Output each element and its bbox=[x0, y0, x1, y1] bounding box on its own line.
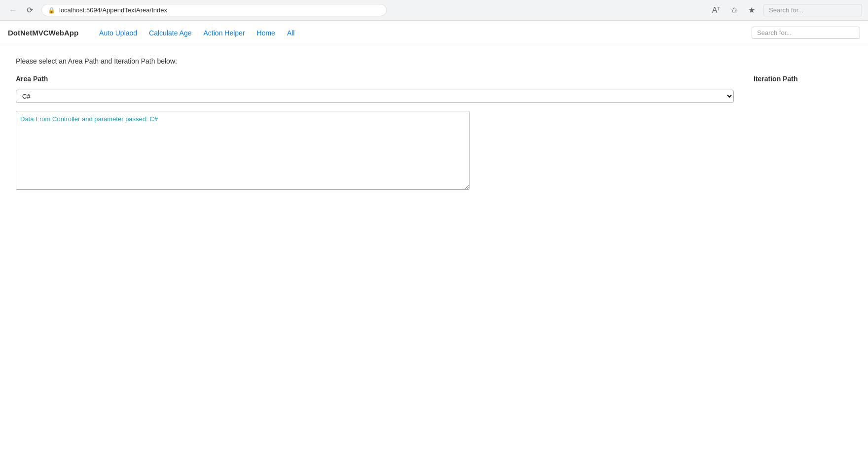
favorites-button[interactable]: ★ bbox=[745, 3, 759, 17]
browser-search-input[interactable] bbox=[769, 6, 848, 14]
iteration-path-label: Iteration Path bbox=[754, 75, 852, 83]
nav-link-home[interactable]: Home bbox=[252, 26, 280, 40]
nav-link-action-helper[interactable]: Action Helper bbox=[199, 26, 250, 40]
browser-search-bar[interactable] bbox=[763, 4, 862, 16]
navbar-search[interactable] bbox=[752, 27, 860, 39]
navbar-brand[interactable]: DotNetMVCWebApp bbox=[8, 29, 78, 37]
navbar-links: Auto Uplaod Calculate Age Action Helper … bbox=[94, 26, 740, 40]
refresh-button[interactable]: ⟳ bbox=[23, 3, 36, 17]
address-bar[interactable]: 🔒 localhost:5094/AppendTextArea/Index bbox=[41, 4, 387, 16]
navbar-search-input[interactable] bbox=[757, 29, 846, 36]
address-text: localhost:5094/AppendTextArea/Index bbox=[59, 6, 380, 14]
form-right: Iteration Path bbox=[754, 75, 852, 190]
area-path-label: Area Path bbox=[16, 75, 734, 83]
nav-link-all[interactable]: All bbox=[282, 26, 300, 40]
nav-link-auto-upload[interactable]: Auto Uplaod bbox=[94, 26, 142, 40]
browser-actions: Aᵀ ✩ ★ bbox=[709, 3, 759, 17]
navbar: DotNetMVCWebApp Auto Uplaod Calculate Ag… bbox=[0, 21, 868, 45]
area-path-select[interactable]: C# VB.NET F# JavaScript bbox=[16, 90, 734, 103]
lock-icon: 🔒 bbox=[48, 7, 55, 14]
browser-nav-buttons: ← ⟳ bbox=[6, 3, 36, 17]
browser-chrome: ← ⟳ 🔒 localhost:5094/AppendTextArea/Inde… bbox=[0, 0, 868, 21]
reader-mode-button[interactable]: Aᵀ bbox=[709, 3, 723, 17]
main-content: Please select an Area Path and Iteration… bbox=[0, 45, 868, 201]
extensions-button[interactable]: ✩ bbox=[727, 3, 741, 17]
textarea-output[interactable]: Data From Controller and parameter passe… bbox=[16, 111, 470, 190]
back-button[interactable]: ← bbox=[6, 3, 20, 17]
form-left: Area Path C# VB.NET F# JavaScript Data F… bbox=[16, 75, 734, 190]
form-layout: Area Path C# VB.NET F# JavaScript Data F… bbox=[16, 75, 852, 190]
page-instruction: Please select an Area Path and Iteration… bbox=[16, 57, 852, 65]
nav-link-calculate-age[interactable]: Calculate Age bbox=[144, 26, 196, 40]
